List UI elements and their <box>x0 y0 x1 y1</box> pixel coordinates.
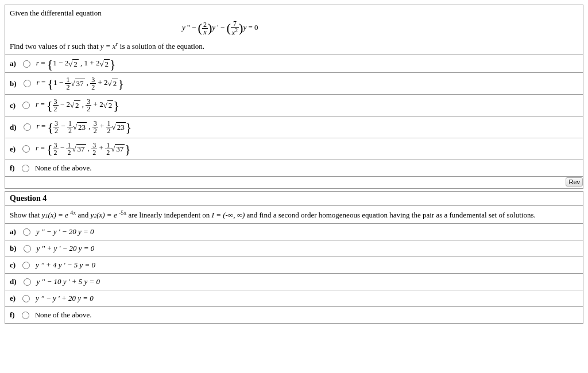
q4-header: Question 4 <box>5 192 583 205</box>
radio-q3-c[interactable] <box>22 102 30 109</box>
q3-option-b[interactable]: b) r = {1 − 1237 , 32 + 22} <box>5 72 583 94</box>
radio-q4-c[interactable] <box>22 262 30 269</box>
review-button[interactable]: Rev <box>566 177 583 187</box>
q4-prompt: Show that y₁(x) = e 4x and y₂(x) = e -5x… <box>5 205 583 223</box>
option-label: a) <box>10 59 16 68</box>
q3-line2-suffix: is a solution of the equation. <box>118 42 205 50</box>
q4-option-b[interactable]: b) y '' + y ' − 20 y = 0 <box>5 240 583 257</box>
q4-d-text: y '' − 10 y ' + 5 y = 0 <box>37 277 100 286</box>
q4-exp2: -5x <box>119 209 126 216</box>
q4-c-text: y '' + 4 y ' − 5 y = 0 <box>36 261 95 270</box>
q4-exp1: 4x <box>70 209 76 216</box>
q3-line2-mid: y = x <box>100 42 116 50</box>
radio-q4-a[interactable] <box>23 228 30 236</box>
radio-q3-b[interactable] <box>24 80 31 87</box>
q3-option-f[interactable]: f) None of the above. <box>5 160 583 176</box>
radio-q4-f[interactable] <box>22 312 29 319</box>
q3-prompt-line1: Given the differential equation <box>10 9 578 18</box>
radio-q3-d[interactable] <box>24 123 31 131</box>
option-label: b) <box>10 79 17 88</box>
q3-b-content: r = {1 − 1237 , 32 + 22} <box>37 76 124 91</box>
q4-y1: y₁(x) = e <box>42 211 71 219</box>
q3-f-text: None of the above. <box>35 164 92 173</box>
option-label: e) <box>10 294 16 303</box>
option-label: f) <box>10 164 15 173</box>
q4-f-text: None of the above. <box>35 310 92 320</box>
radio-q4-d[interactable] <box>24 278 31 286</box>
option-label: e) <box>10 145 16 154</box>
q4-b-text: y '' + y ' − 20 y = 0 <box>37 244 95 253</box>
radio-q4-e[interactable] <box>22 295 30 302</box>
q3-option-a[interactable]: a) r = {1 − 22 , 1 + 22} <box>5 55 583 72</box>
q3-option-e[interactable]: e) r = {32 − 1237 , 32 + 1237} <box>5 138 583 160</box>
option-label: a) <box>10 227 16 236</box>
q3-prompt: Given the differential equation y '' − (… <box>5 5 583 55</box>
q3-footer: Rev <box>5 176 583 188</box>
q4-suffix: and find a second order homogeneous equa… <box>245 211 536 219</box>
question-3-block: Given the differential equation y '' − (… <box>5 5 583 189</box>
q3-equation: y '' − (2x)y ' − (7x2)y = 0 <box>182 20 258 36</box>
q4-option-a[interactable]: a) y '' − y ' − 20 y = 0 <box>5 223 583 240</box>
q4-option-f[interactable]: f) None of the above. <box>5 306 583 323</box>
radio-q3-f[interactable] <box>22 165 29 172</box>
q4-a-text: y '' − y ' − 20 y = 0 <box>36 227 94 236</box>
radio-q4-b[interactable] <box>24 245 31 252</box>
q4-prefix: Show that <box>10 211 42 219</box>
option-label: c) <box>10 261 16 270</box>
q3-line2-prefix: Find two values of r such that <box>10 42 100 50</box>
q4-option-c[interactable]: c) y '' + 4 y ' − 5 y = 0 <box>5 257 583 273</box>
q3-d-content: r = {32 − 1223 , 32 + 1223} <box>37 120 132 134</box>
q3-prompt-line2: Find two values of r such that y = xr is… <box>10 41 578 51</box>
q4-mid: are linearly independent on <box>126 211 211 219</box>
q3-a-content: r = {1 − 22 , 1 + 22} <box>36 59 116 69</box>
option-label: c) <box>10 101 16 110</box>
q4-option-d[interactable]: d) y '' − 10 y ' + 5 y = 0 <box>5 273 583 290</box>
question-4-block: Question 4 Show that y₁(x) = e 4x and y₂… <box>5 191 583 324</box>
q3-option-d[interactable]: d) r = {32 − 1223 , 32 + 1223} <box>5 116 583 138</box>
option-label: b) <box>10 244 17 253</box>
q4-y2: y₂(x) = e <box>90 211 119 219</box>
option-label: d) <box>10 277 17 286</box>
q4-and: and <box>76 211 90 219</box>
option-label: d) <box>10 123 17 132</box>
radio-q3-e[interactable] <box>22 145 30 153</box>
q4-interval: I = (-∞, ∞) <box>212 211 245 219</box>
option-label: f) <box>10 310 15 320</box>
radio-q3-a[interactable] <box>23 60 30 68</box>
q4-e-text: y '' − y ' + 20 y = 0 <box>36 294 94 303</box>
q3-option-c[interactable]: c) r = {32 − 22 , 32 + 22} <box>5 94 583 116</box>
q4-option-e[interactable]: e) y '' − y ' + 20 y = 0 <box>5 290 583 306</box>
q3-c-content: r = {32 − 22 , 32 + 22} <box>36 98 119 112</box>
q3-e-content: r = {32 − 1237 , 32 + 1237} <box>36 142 131 156</box>
